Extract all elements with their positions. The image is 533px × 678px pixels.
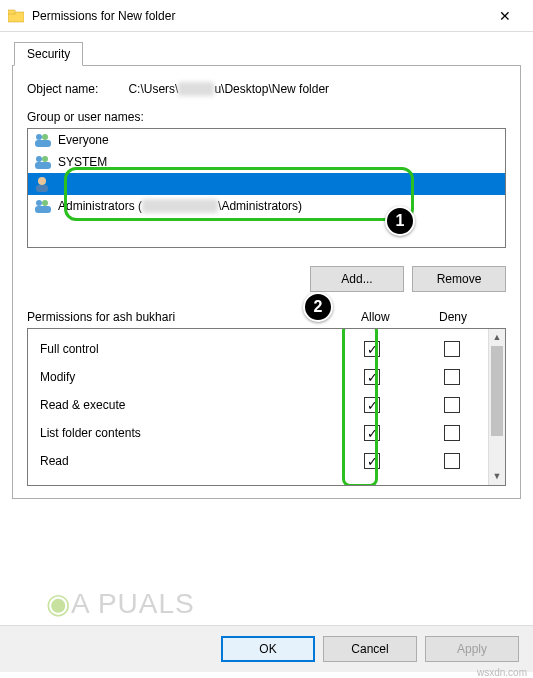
- dialog-footer: OK Cancel Apply: [0, 625, 533, 672]
- scroll-thumb[interactable]: [491, 346, 503, 436]
- deny-checkbox[interactable]: [444, 369, 460, 385]
- allow-column-header: Allow: [361, 310, 390, 324]
- svg-rect-4: [35, 140, 51, 147]
- svg-point-10: [36, 200, 42, 206]
- allow-checkbox[interactable]: [364, 397, 380, 413]
- svg-rect-12: [35, 206, 51, 213]
- object-path: C:\Users\xxxxu\Desktop\New folder: [128, 82, 329, 96]
- deny-checkbox[interactable]: [444, 341, 460, 357]
- allow-checkbox[interactable]: [364, 341, 380, 357]
- remove-button[interactable]: Remove: [412, 266, 506, 292]
- object-name-row: Object name: C:\Users\xxxxu\Desktop\New …: [27, 82, 506, 96]
- table-row: Read & execute: [40, 391, 485, 419]
- folder-icon: [8, 8, 24, 24]
- permissions-rows: Full control Modify Read & execute List …: [28, 329, 505, 479]
- svg-point-6: [42, 156, 48, 162]
- watermark: ◉A PUALS: [46, 587, 195, 620]
- allow-checkbox[interactable]: [364, 425, 380, 441]
- obscured-segment: xxxx: [178, 82, 214, 96]
- table-row: List folder contents: [40, 419, 485, 447]
- cancel-button[interactable]: Cancel: [323, 636, 417, 662]
- deny-checkbox[interactable]: [444, 453, 460, 469]
- permissions-box: Full control Modify Read & execute List …: [27, 328, 506, 486]
- content-area: Security Object name: C:\Users\xxxxu\Des…: [0, 32, 533, 499]
- titlebar: Permissions for New folder ✕: [0, 0, 533, 32]
- tab-panel: Object name: C:\Users\xxxxu\Desktop\New …: [12, 65, 521, 499]
- scroll-down-arrow[interactable]: ▼: [489, 468, 505, 485]
- table-row: Modify: [40, 363, 485, 391]
- svg-point-8: [38, 177, 46, 185]
- window-title: Permissions for New folder: [32, 9, 485, 23]
- watermark-icon: ◉: [46, 588, 71, 619]
- user-buttons-row: Add... Remove: [27, 266, 506, 292]
- permissions-header: Permissions for ash bukhari Allow Deny 2: [27, 310, 506, 324]
- deny-checkbox[interactable]: [444, 425, 460, 441]
- close-button[interactable]: ✕: [485, 8, 525, 24]
- table-row: Read: [40, 447, 485, 475]
- ok-button[interactable]: OK: [221, 636, 315, 662]
- tab-security[interactable]: Security: [14, 42, 83, 66]
- group-icon: [34, 198, 52, 214]
- group-icon: [34, 154, 52, 170]
- groups-label: Group or user names:: [27, 110, 506, 124]
- scrollbar[interactable]: ▲ ▼: [488, 329, 505, 485]
- permissions-label: Permissions for ash bukhari: [27, 310, 175, 324]
- svg-point-5: [36, 156, 42, 162]
- add-button[interactable]: Add...: [310, 266, 404, 292]
- svg-point-3: [42, 134, 48, 140]
- svg-point-2: [36, 134, 42, 140]
- svg-rect-7: [35, 162, 51, 169]
- annotation-marker-2: 2: [303, 292, 333, 322]
- svg-rect-1: [8, 10, 15, 14]
- table-row: Full control: [40, 335, 485, 363]
- list-item-selected[interactable]: [28, 173, 505, 195]
- deny-column-header: Deny: [439, 310, 467, 324]
- tab-strip: Security: [12, 40, 521, 66]
- svg-point-11: [42, 200, 48, 206]
- obscured-user: [58, 177, 61, 191]
- apply-button[interactable]: Apply: [425, 636, 519, 662]
- deny-checkbox[interactable]: [444, 397, 460, 413]
- object-name-label: Object name:: [27, 82, 98, 96]
- list-item[interactable]: Everyone: [28, 129, 505, 151]
- obscured-segment: XXXXXXXX: [142, 199, 218, 213]
- svg-rect-9: [36, 185, 48, 192]
- list-item[interactable]: Administrators (XXXXXXXX\Administrators): [28, 195, 505, 217]
- scroll-up-arrow[interactable]: ▲: [489, 329, 505, 346]
- allow-checkbox[interactable]: [364, 369, 380, 385]
- list-item[interactable]: SYSTEM: [28, 151, 505, 173]
- group-icon: [34, 132, 52, 148]
- user-list[interactable]: Everyone SYSTEM Administrators (XXXXXXXX…: [27, 128, 506, 248]
- user-icon: [34, 176, 52, 192]
- allow-checkbox[interactable]: [364, 453, 380, 469]
